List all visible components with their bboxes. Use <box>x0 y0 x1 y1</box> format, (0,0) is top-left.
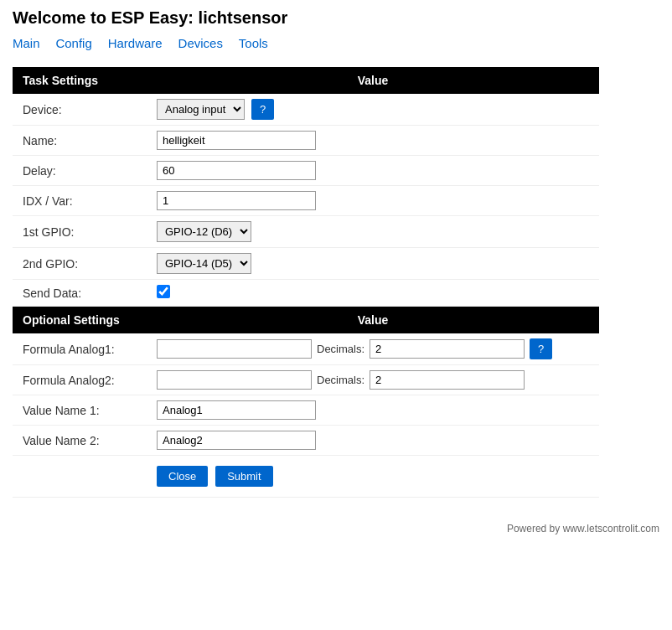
formula1-cell: Decimals: ? <box>147 333 599 365</box>
send-data-label: Send Data: <box>13 280 147 307</box>
gpio1-row: 1st GPIO: GPIO-0 (D3) GPIO-1 (TX) GPIO-2… <box>13 216 599 248</box>
gpio2-row: 2nd GPIO: GPIO-0 (D3) GPIO-1 (TX) GPIO-2… <box>13 248 599 280</box>
formula2-row: Formula Analog2: Decimals: <box>13 365 599 395</box>
submit-row: Close Submit <box>13 456 599 498</box>
value-name2-input[interactable] <box>157 431 316 450</box>
idx-input[interactable] <box>157 191 316 210</box>
value-name1-row: Value Name 1: <box>13 395 599 426</box>
name-cell <box>147 126 599 156</box>
submit-button[interactable]: Submit <box>215 466 272 487</box>
formula1-input[interactable] <box>157 339 312 359</box>
submit-cell: Close Submit <box>147 456 599 498</box>
nav-tools[interactable]: Tools <box>239 36 268 50</box>
gpio1-select[interactable]: GPIO-0 (D3) GPIO-1 (TX) GPIO-2 (D4) GPIO… <box>157 221 251 242</box>
nav-devices[interactable]: Devices <box>178 36 223 50</box>
main-nav: Main Config Hardware Devices Tools <box>13 36 659 50</box>
close-button[interactable]: Close <box>157 466 208 487</box>
value-name1-cell <box>147 395 599 426</box>
gpio2-cell: GPIO-0 (D3) GPIO-1 (TX) GPIO-2 (D4) GPIO… <box>147 248 599 280</box>
value-name1-input[interactable] <box>157 400 316 420</box>
value-name2-label: Value Name 2: <box>13 426 147 456</box>
idx-cell <box>147 186 599 216</box>
send-data-cell <box>147 280 599 307</box>
nav-main[interactable]: Main <box>13 36 40 50</box>
formula1-help-button[interactable]: ? <box>530 338 552 359</box>
device-help-button[interactable]: ? <box>251 99 274 120</box>
send-data-checkbox[interactable] <box>157 285 170 298</box>
name-label: Name: <box>13 126 147 156</box>
submit-spacer <box>13 456 147 498</box>
formula2-input[interactable] <box>157 370 312 390</box>
task-col2-header: Value <box>147 67 599 94</box>
decimals1-input[interactable] <box>370 339 525 359</box>
nav-hardware[interactable]: Hardware <box>108 36 163 50</box>
send-data-row: Send Data: <box>13 280 599 307</box>
decimals2-label: Decimals: <box>317 374 364 386</box>
task-col1-header: Task Settings <box>13 67 147 94</box>
delay-cell <box>147 156 599 186</box>
value-name2-row: Value Name 2: <box>13 426 599 456</box>
optional-col1-header: Optional Settings <box>13 307 147 333</box>
gpio2-select[interactable]: GPIO-0 (D3) GPIO-1 (TX) GPIO-2 (D4) GPIO… <box>157 253 251 274</box>
task-settings-table: Task Settings Value Device: Analog input… <box>13 67 599 307</box>
nav-config[interactable]: Config <box>55 36 91 50</box>
delay-label: Delay: <box>13 156 147 186</box>
formula1-row: Formula Analog1: Decimals: ? <box>13 333 599 365</box>
gpio2-label: 2nd GPIO: <box>13 248 147 280</box>
name-row: Name: <box>13 126 599 156</box>
formula2-cell: Decimals: <box>147 365 599 395</box>
formula1-label: Formula Analog1: <box>13 333 147 365</box>
gpio1-cell: GPIO-0 (D3) GPIO-1 (TX) GPIO-2 (D4) GPIO… <box>147 216 599 248</box>
device-select[interactable]: Analog input <box>157 99 245 120</box>
footer-text: Powered by www.letscontrolit.com <box>13 523 659 534</box>
optional-col2-header: Value <box>147 307 599 333</box>
value-name2-cell <box>147 426 599 456</box>
decimals1-label: Decimals: <box>317 343 364 355</box>
device-label: Device: <box>13 94 147 126</box>
device-row: Device: Analog input ? <box>13 94 599 126</box>
gpio1-label: 1st GPIO: <box>13 216 147 248</box>
device-cell: Analog input ? <box>147 94 599 126</box>
delay-input[interactable] <box>157 161 316 180</box>
formula2-label: Formula Analog2: <box>13 365 147 395</box>
value-name1-label: Value Name 1: <box>13 395 147 426</box>
optional-settings-table: Optional Settings Value Formula Analog1:… <box>13 307 599 498</box>
name-input[interactable] <box>157 131 316 150</box>
page-title: Welcome to ESP Easy: lichtsensor <box>13 8 659 28</box>
idx-label: IDX / Var: <box>13 186 147 216</box>
idx-row: IDX / Var: <box>13 186 599 216</box>
delay-row: Delay: <box>13 156 599 186</box>
decimals2-input[interactable] <box>370 370 525 390</box>
